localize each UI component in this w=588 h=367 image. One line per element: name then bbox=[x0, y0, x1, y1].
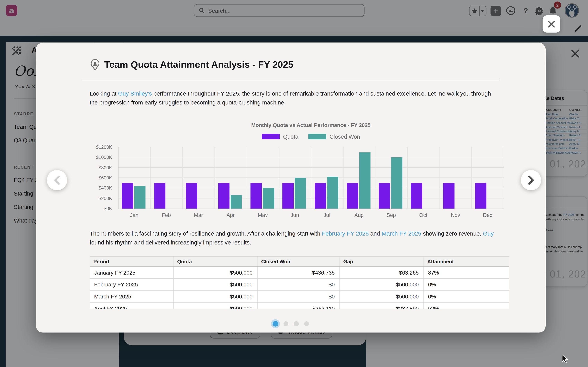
text-segment: found his rhythm and delivered increasin… bbox=[90, 239, 251, 246]
bar-closed-won-jul[interactable] bbox=[327, 177, 338, 209]
chart-title: Monthly Quota vs Actual Performance - FY… bbox=[118, 122, 504, 128]
bar-quota-may[interactable] bbox=[251, 183, 262, 209]
bar-quota-oct[interactable] bbox=[411, 183, 422, 209]
x-axis-tick-label: Jan bbox=[118, 212, 150, 218]
inline-link[interactable]: Guy Smiley's bbox=[118, 90, 152, 97]
bar-quota-sep[interactable] bbox=[379, 183, 390, 209]
period-link[interactable]: March FY 2025 bbox=[90, 291, 173, 302]
bar-quota-jul[interactable] bbox=[315, 183, 326, 209]
y-axis-tick-label: $1200K bbox=[96, 144, 112, 150]
carousel-next-button[interactable] bbox=[521, 170, 541, 190]
table-cell: 0% bbox=[423, 291, 509, 302]
gridline-vertical bbox=[150, 147, 151, 209]
analysis-paragraph-1: Looking at Guy Smiley's performance thro… bbox=[90, 89, 501, 107]
text-segment: and bbox=[369, 230, 382, 237]
y-axis-tick-label: $600K bbox=[99, 175, 112, 181]
gridline-vertical bbox=[407, 147, 407, 209]
text-segment: showing zero revenue, bbox=[421, 230, 483, 237]
x-axis-tick-label: Nov bbox=[440, 212, 472, 218]
table-cell: 52% bbox=[423, 302, 509, 309]
chart-x-axis-labels: JanFebMarAprMayJunJulAugSepOctNovDec bbox=[118, 212, 504, 220]
carousel-prev-button[interactable] bbox=[47, 170, 67, 190]
bar-closed-won-aug[interactable] bbox=[359, 152, 371, 209]
bar-quota-dec[interactable] bbox=[475, 183, 486, 209]
table-cell: $0 bbox=[257, 291, 339, 302]
bar-closed-won-sep[interactable] bbox=[391, 158, 403, 209]
overlay-close-button[interactable] bbox=[543, 15, 560, 33]
bar-closed-won-apr[interactable] bbox=[231, 195, 242, 209]
pagination-dot-1[interactable] bbox=[273, 321, 278, 327]
legend-item-closed-won: Closed Won bbox=[308, 133, 360, 140]
pagination-dot-3[interactable] bbox=[294, 321, 299, 326]
bar-quota-jun[interactable] bbox=[283, 183, 294, 209]
gridline-vertical bbox=[472, 147, 472, 209]
text-segment: Looking at bbox=[90, 90, 118, 97]
pagination-dot-4[interactable] bbox=[304, 321, 309, 326]
table-cell: $500,000 bbox=[173, 278, 257, 291]
close-icon bbox=[548, 20, 555, 28]
chart-legend: QuotaClosed Won bbox=[118, 133, 504, 140]
x-axis-tick-label: Feb bbox=[150, 212, 182, 218]
period-link[interactable]: April FY 2025 bbox=[90, 302, 173, 309]
bar-quota-feb[interactable] bbox=[154, 183, 165, 209]
table-cell: $436,735 bbox=[257, 267, 339, 278]
table-cell: $63,265 bbox=[339, 267, 423, 278]
inline-link[interactable]: Guy bbox=[483, 230, 494, 237]
bar-quota-apr[interactable] bbox=[218, 183, 229, 209]
x-axis-tick-label: Dec bbox=[472, 212, 504, 218]
table-cell: 87% bbox=[423, 267, 509, 278]
bar-chart-plot-area bbox=[118, 147, 504, 209]
bar-closed-won-may[interactable] bbox=[263, 188, 274, 209]
gridline-vertical bbox=[343, 147, 343, 209]
table-column-header: Attainment bbox=[423, 256, 509, 267]
y-axis-tick-label: $400K bbox=[99, 185, 112, 191]
bar-quota-mar[interactable] bbox=[186, 183, 197, 209]
table-row: February FY 2025$500,000$0$500,0000% bbox=[90, 278, 509, 291]
legend-label: Closed Won bbox=[329, 133, 360, 140]
legend-swatch bbox=[308, 134, 326, 139]
gridline-vertical bbox=[375, 147, 375, 209]
inline-link[interactable]: February FY 2025 bbox=[322, 230, 369, 237]
chevron-left-icon bbox=[53, 175, 61, 185]
legend-swatch bbox=[262, 134, 280, 139]
bar-quota-jan[interactable] bbox=[122, 183, 133, 209]
modal-title: Team Quota Attainment Analysis - FY 2025 bbox=[104, 59, 294, 70]
gridline-vertical bbox=[311, 147, 311, 209]
pagination-dot-2[interactable] bbox=[284, 321, 289, 326]
table-cell: $500,000 bbox=[173, 302, 257, 309]
period-link[interactable]: February FY 2025 bbox=[90, 278, 173, 291]
x-axis-tick-label: Jul bbox=[311, 212, 343, 218]
bar-quota-aug[interactable] bbox=[347, 183, 358, 209]
analysis-modal: Team Quota Attainment Analysis - FY 2025… bbox=[36, 43, 546, 333]
gridline-vertical bbox=[279, 147, 279, 209]
table-row: April FY 2025$500,000$262,110$237,89052% bbox=[90, 302, 509, 309]
gridline-vertical bbox=[247, 147, 247, 209]
period-link[interactable]: January FY 2025 bbox=[90, 267, 173, 278]
table-row: January FY 2025$500,000$436,735$63,26587… bbox=[90, 267, 509, 278]
pin-person-icon bbox=[91, 59, 99, 72]
table-cell: $237,890 bbox=[339, 302, 423, 309]
mouse-cursor bbox=[561, 354, 569, 365]
table-row: March FY 2025$500,000$0$500,0000% bbox=[90, 291, 509, 302]
bar-quota-nov[interactable] bbox=[443, 183, 454, 209]
x-axis-tick-label: Oct bbox=[407, 212, 439, 218]
analysis-paragraph-2: The numbers tell a fascinating story of … bbox=[90, 229, 501, 247]
x-axis-tick-label: Jun bbox=[279, 212, 311, 218]
x-axis-tick-label: Mar bbox=[182, 212, 215, 218]
screen: a Search... + ? 2 Akoonu HomeAI ChatDail… bbox=[0, 0, 588, 367]
table-column-header: Closed Won bbox=[257, 256, 339, 267]
x-axis-tick-label: May bbox=[247, 212, 279, 218]
title-divider bbox=[81, 79, 500, 79]
inline-link[interactable]: March FY 2025 bbox=[382, 230, 421, 237]
table-cell: $500,000 bbox=[339, 291, 423, 302]
legend-item-quota: Quota bbox=[262, 133, 298, 140]
table-column-header: Gap bbox=[339, 256, 423, 267]
bar-closed-won-jun[interactable] bbox=[295, 178, 306, 209]
attainment-table: PeriodQuotaClosed WonGapAttainment Janua… bbox=[90, 256, 509, 309]
table-cell: $0 bbox=[257, 278, 339, 291]
table-column-header: Quota bbox=[173, 256, 257, 267]
chart-y-axis-labels: $0K$200K$400K$600K$800K$1000K$1200K bbox=[80, 147, 114, 209]
table-cell: $262,110 bbox=[257, 302, 339, 309]
table-cell: $500,000 bbox=[173, 291, 257, 302]
bar-closed-won-jan[interactable] bbox=[134, 186, 146, 209]
